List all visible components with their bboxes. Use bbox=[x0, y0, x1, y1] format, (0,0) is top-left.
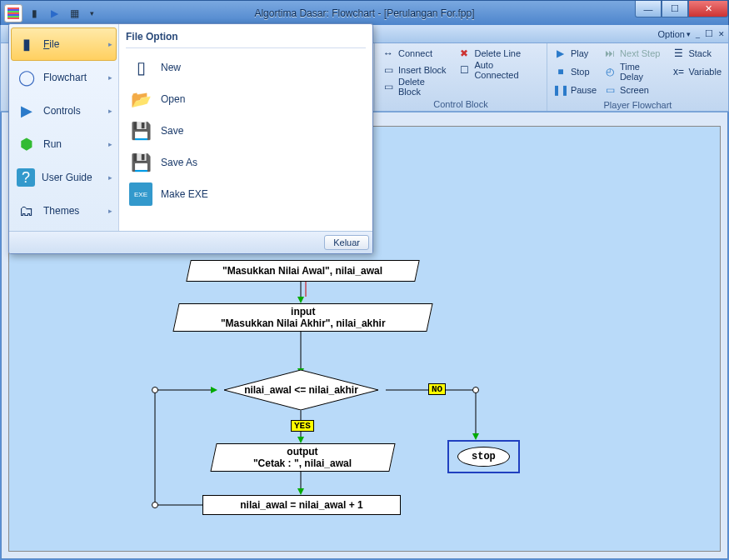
io-block-2[interactable]: input "Masukkan Nilai Akhir", nilai_akhi… bbox=[172, 303, 432, 332]
file-new[interactable]: ▯New bbox=[126, 52, 366, 83]
mdi-close-icon[interactable]: ☐ bbox=[705, 28, 713, 39]
stack-icon: ☰ bbox=[672, 47, 685, 60]
chevron-right-icon: ▸ bbox=[108, 73, 112, 82]
title-bar: ▮ ▶ ▦ ▾ Algortima Dasar: Flowchart - [Pe… bbox=[0, 0, 729, 25]
output-block[interactable]: output "Cetak : ", nilai_awal bbox=[210, 443, 395, 472]
submenu-header: File Option bbox=[126, 29, 366, 48]
io-block-1-text: "Masukkan Nilai Awal", nilai_awal bbox=[222, 265, 382, 277]
screen-button[interactable]: ▭Screen bbox=[603, 82, 665, 98]
window-title: Algortima Dasar: Flowchart - [Perulangan… bbox=[1, 8, 728, 19]
next-step-icon: ⏭ bbox=[603, 47, 617, 60]
themes-icon: 🗂 bbox=[17, 201, 37, 221]
app-menu-submenu: File Option ▯New 📂Open 💾Save 💾Save As EX… bbox=[119, 24, 372, 231]
chevron-right-icon: ▸ bbox=[108, 107, 112, 115]
auto-connected-checkbox[interactable]: ☐Auto Connected bbox=[457, 62, 539, 78]
help-icon: ? bbox=[17, 168, 35, 187]
file-make-exe[interactable]: EXEMake EXE bbox=[126, 178, 366, 210]
process-block[interactable]: nilai_awal = nilai_awal + 1 bbox=[202, 495, 401, 515]
app-menu-categories: ▮ File ▸ ◯ Flowchart ▸ ▶ Controls ▸ ⬢ Ru… bbox=[9, 24, 119, 231]
decision-text: nilai_awal <= nilai_akhir bbox=[224, 370, 378, 410]
menu-item-flowchart[interactable]: ◯ Flowchart ▸ bbox=[11, 61, 117, 94]
connector-dot-bl[interactable] bbox=[152, 502, 158, 508]
time-delay-button[interactable]: ◴Time Delay bbox=[603, 63, 665, 80]
connect-button[interactable]: ↔Connect bbox=[382, 45, 449, 62]
clock-icon: ◴ bbox=[603, 65, 617, 78]
menu-item-guide-label: User Guide bbox=[42, 172, 92, 183]
menu-item-run[interactable]: ⬢ Run ▸ bbox=[11, 128, 117, 161]
variable-icon: x= bbox=[672, 65, 685, 78]
close-button[interactable]: ✕ bbox=[688, 1, 728, 18]
group-label-player: Player Flowchart bbox=[554, 98, 722, 112]
qat-play-icon[interactable]: ▶ bbox=[46, 5, 62, 22]
ribbon-group-player: ▶Play ■Stop ❚❚Pause ⏭Next Step ◴Time Del… bbox=[547, 43, 728, 111]
exit-button[interactable]: Keluar bbox=[324, 235, 369, 250]
option-menu[interactable]: Option ▾ bbox=[658, 29, 691, 39]
menu-item-themes-label: Themes bbox=[43, 205, 79, 217]
chevron-right-icon: ▸ bbox=[108, 173, 112, 182]
application-menu: ▮ File ▸ ◯ Flowchart ▸ ▶ Controls ▸ ⬢ Ru… bbox=[8, 23, 373, 254]
save-icon: 💾 bbox=[129, 119, 152, 142]
stop-icon: ■ bbox=[554, 65, 567, 78]
menu-item-file-label: File bbox=[43, 38, 59, 50]
save-as-icon: 💾 bbox=[129, 151, 152, 174]
terminal-block[interactable]: stop bbox=[447, 440, 520, 473]
app-menu-footer: Keluar bbox=[9, 231, 372, 253]
chevron-right-icon: ▸ bbox=[108, 140, 112, 148]
next-step-button[interactable]: ⏭Next Step bbox=[603, 45, 665, 62]
ribbon-group-control-block: ↔Connect ▭Insert Block ▭Delete Block ✖De… bbox=[374, 43, 547, 111]
qat-dropdown-icon[interactable]: ▾ bbox=[86, 9, 97, 18]
app-icon[interactable] bbox=[4, 4, 22, 22]
run-icon: ⬢ bbox=[17, 134, 37, 154]
connect-icon: ↔ bbox=[382, 47, 395, 60]
chevron-right-icon: ▸ bbox=[108, 207, 112, 215]
menu-item-run-label: Run bbox=[43, 138, 62, 150]
option-label: Option bbox=[658, 29, 685, 39]
insert-icon: ▭ bbox=[382, 63, 395, 77]
stop-button[interactable]: ■Stop bbox=[554, 63, 597, 80]
play-button[interactable]: ▶Play bbox=[554, 45, 597, 62]
checkbox-icon: ☐ bbox=[457, 63, 471, 77]
yes-label: YES bbox=[291, 420, 314, 432]
io-block-1[interactable]: "Masukkan Nilai Awal", nilai_awal bbox=[186, 260, 420, 282]
pause-icon: ❚❚ bbox=[554, 83, 567, 97]
new-file-icon: ▯ bbox=[129, 56, 152, 79]
flowchart-icon: ◯ bbox=[17, 68, 37, 88]
delete-block-icon: ▭ bbox=[382, 80, 395, 93]
minimize-button[interactable]: — bbox=[635, 1, 662, 18]
insert-block-button[interactable]: ▭Insert Block bbox=[382, 62, 449, 78]
file-save-as[interactable]: 💾Save As bbox=[126, 147, 366, 178]
menu-item-controls-label: Controls bbox=[43, 105, 81, 117]
qat-button-1[interactable]: ▮ bbox=[26, 5, 42, 22]
no-label: NO bbox=[428, 383, 446, 395]
controls-icon: ▶ bbox=[17, 101, 37, 121]
chevron-right-icon: ▸ bbox=[108, 40, 112, 48]
mdi-x-icon[interactable]: ✕ bbox=[718, 30, 725, 38]
menu-item-controls[interactable]: ▶ Controls ▸ bbox=[11, 94, 117, 128]
delete-line-icon: ✖ bbox=[457, 47, 471, 60]
connector-dot-right[interactable] bbox=[472, 387, 479, 393]
delete-line-button[interactable]: ✖Delete Line bbox=[457, 45, 539, 62]
io-block-2-text: input "Masukkan Nilai Akhir", nilai_akhi… bbox=[221, 306, 386, 330]
decision-block[interactable]: nilai_awal <= nilai_akhir bbox=[224, 370, 378, 410]
maximize-button[interactable]: ☐ bbox=[662, 1, 688, 18]
minimize-ribbon-icon[interactable]: _ bbox=[696, 30, 700, 38]
menu-item-file[interactable]: ▮ File ▸ bbox=[11, 28, 117, 61]
connector-dot-left[interactable] bbox=[152, 387, 158, 393]
file-icon: ▮ bbox=[17, 34, 37, 54]
file-save[interactable]: 💾Save bbox=[126, 115, 366, 147]
menu-item-user-guide[interactable]: ? User Guide ▸ bbox=[11, 161, 117, 194]
delete-block-button[interactable]: ▭Delete Block bbox=[382, 78, 449, 95]
output-block-text: output "Cetak : ", nilai_awal bbox=[253, 446, 352, 470]
open-folder-icon: 📂 bbox=[129, 88, 152, 111]
pause-button[interactable]: ❚❚Pause bbox=[554, 82, 597, 98]
variable-button[interactable]: x=Variable bbox=[672, 63, 722, 80]
exe-icon: EXE bbox=[129, 182, 152, 206]
group-label-control: Control Block bbox=[382, 98, 540, 111]
terminal-text: stop bbox=[457, 447, 510, 467]
menu-item-themes[interactable]: 🗂 Themes ▸ bbox=[11, 194, 117, 228]
file-open[interactable]: 📂Open bbox=[126, 83, 366, 115]
process-text: nilai_awal = nilai_awal + 1 bbox=[240, 499, 362, 511]
play-icon: ▶ bbox=[554, 47, 567, 60]
stack-button[interactable]: ☰Stack bbox=[672, 45, 722, 62]
qat-button-3[interactable]: ▦ bbox=[66, 5, 82, 22]
